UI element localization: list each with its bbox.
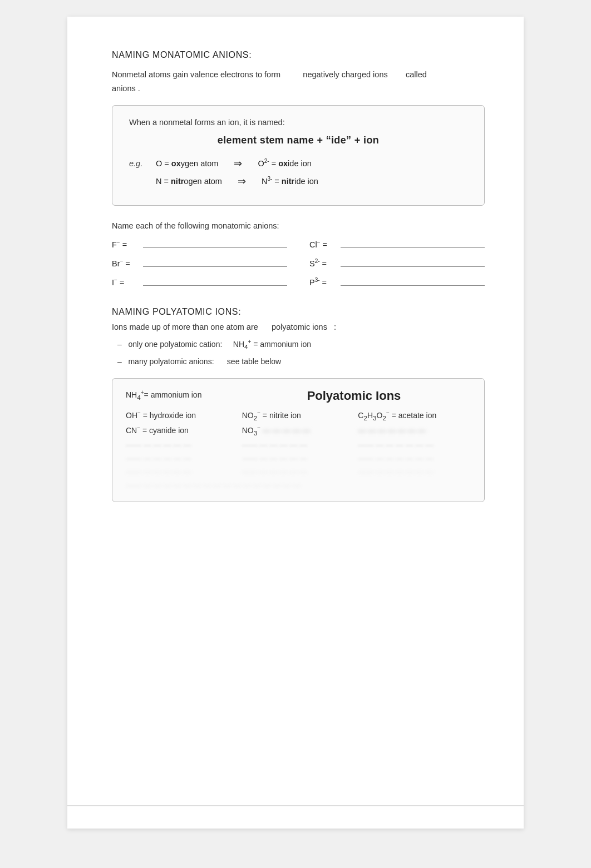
poly-box-nh4: NH4+= ammonium ion xyxy=(126,390,237,401)
box-intro: When a nonmetal forms an ion, it is name… xyxy=(129,118,467,127)
anion-blank-f xyxy=(143,247,287,248)
poly-cell-r4c3: —— — — — — — — xyxy=(358,454,471,463)
anion-row-f: F− = xyxy=(112,240,287,249)
polyatomic-box: NH4+= ammonium ion Polyatomic Ions OH− =… xyxy=(112,378,485,503)
page: NAMING MONATOMIC ANIONS: Nonmetal atoms … xyxy=(67,17,524,829)
poly-cell-r5c2: —— — — — — — xyxy=(242,467,355,476)
poly-cell-cn: CN− = cyanide ion xyxy=(126,426,239,437)
example-row-nitrogen: N = nitrogen atom ⇒ N3- = nitride ion xyxy=(129,175,467,187)
anion-prompt: Name each of the following monatomic ani… xyxy=(112,221,485,230)
poly-table-row1: OH− = hydroxide ion NO2− = nitrite ion C… xyxy=(126,411,471,421)
anion-label-cl: Cl− = xyxy=(309,240,337,249)
intro-paragraph: Nonmetal atoms gain valence electrons to… xyxy=(112,68,485,95)
poly-cell-no2: NO2− = nitrite ion xyxy=(242,411,355,421)
anion-label-i: I− = xyxy=(112,278,140,287)
anion-label-p: P3- = xyxy=(309,278,337,287)
example1-content: O = oxygen atom ⇒ O2- = oxide ion xyxy=(156,157,312,170)
poly-intro: Ions made up of more than one atom are p… xyxy=(112,323,485,331)
anion-blank-i xyxy=(143,285,287,286)
poly-bullet1: – only one polyatomic cation: NH4+ = amm… xyxy=(117,337,485,353)
anion-row-p: P3- = xyxy=(309,278,485,287)
poly-table: OH− = hydroxide ion NO2− = nitrite ion C… xyxy=(126,411,471,490)
example1-left: O = oxygen atom xyxy=(156,159,218,168)
poly-table-row5: —— — — — — — —— — — — — — —— — — — — — — xyxy=(126,467,471,476)
poly-cell-r5c1: —— — — — — — xyxy=(126,467,239,476)
intro-text-called: called xyxy=(406,70,427,79)
intro-text-part1: Nonmetal atoms gain valence electrons to… xyxy=(112,70,280,79)
poly-cell-blurred-r2: — — — — — — — xyxy=(358,426,471,437)
example-row-oxygen: e.g. O = oxygen atom ⇒ O2- = oxide ion xyxy=(129,157,467,170)
poly-intro-part1: Ions made up of more than one atom are xyxy=(112,323,258,331)
anion-blank-s xyxy=(341,266,485,267)
example1-right: O2- = oxide ion xyxy=(258,159,311,168)
anion-label-br: Br− = xyxy=(112,259,140,268)
anion-blank-cl xyxy=(341,247,485,248)
anion-row-br: Br− = xyxy=(112,259,287,268)
naming-rule-box: When a nonmetal forms an ion, it is name… xyxy=(112,105,485,206)
section2-title: NAMING POLYATOMIC IONS: xyxy=(112,307,485,317)
intro-blank1: negatively charged ions xyxy=(303,70,387,79)
anion-row-cl: Cl− = xyxy=(309,240,485,249)
example2-left: N = nitrogen atom xyxy=(156,177,222,186)
poly-bullet2: – many polyatomic anions: see table belo… xyxy=(117,354,485,369)
section1-title: NAMING MONATOMIC ANIONS: xyxy=(112,50,485,60)
example2-right: N3- = nitride ion xyxy=(262,177,318,186)
poly-cell-r4c1: —— — — — — — xyxy=(126,454,239,463)
poly-cell-r3c3: —— — — — — — — xyxy=(358,440,471,449)
anion-blank-br xyxy=(143,266,287,267)
poly-cell-acetate: C2H3O2− = acetate ion xyxy=(358,411,471,421)
poly-bullets: – only one polyatomic cation: NH4+ = amm… xyxy=(117,337,485,369)
poly-table-row3: —— — — — — — —— — — — — — —— — — — — — — xyxy=(126,440,471,449)
poly-cell-bottom: —— — — — — — — — — — — — — — — — — xyxy=(126,480,471,489)
intro-text-anions: anions xyxy=(112,84,136,93)
poly-cell-r5c3: —— — — — — — — xyxy=(358,467,471,476)
anion-label-s: S2- = xyxy=(309,259,337,268)
example2-content: N = nitrogen atom ⇒ N3- = nitride ion xyxy=(156,175,318,187)
bottom-divider xyxy=(67,805,524,806)
anion-row-s: S2- = xyxy=(309,259,485,268)
poly-cell-oh: OH− = hydroxide ion xyxy=(126,411,239,421)
poly-cell-r3c2: —— — — — — — xyxy=(242,440,355,449)
poly-cell-no3: NO3− — — — — — xyxy=(242,426,355,437)
poly-cell-r3c1: —— — — — — — xyxy=(126,440,239,449)
poly-table-row4: —— — — — — — —— — — — — — —— — — — — — — xyxy=(126,454,471,463)
naming-formula: element stem name + “ide” + ion xyxy=(129,135,467,146)
eg-label: e.g. xyxy=(129,159,156,168)
poly-intro-blank: polyatomic ions xyxy=(272,323,327,331)
example2-arrow: ⇒ xyxy=(238,175,246,187)
poly-cell-r4c2: —— — — — — — xyxy=(242,454,355,463)
anion-blank-p xyxy=(341,285,485,286)
poly-box-header: NH4+= ammonium ion Polyatomic Ions xyxy=(126,389,471,403)
poly-box-title: Polyatomic Ions xyxy=(237,389,471,403)
polyatomic-section: NAMING POLYATOMIC IONS: Ions made up of … xyxy=(112,307,485,502)
example1-arrow: ⇒ xyxy=(234,157,242,170)
anion-grid: F− = Cl− = Br− = S2- = I− = P3- xyxy=(112,240,485,287)
poly-table-row2: CN− = cyanide ion NO3− — — — — — — — — —… xyxy=(126,426,471,437)
anion-label-f: F− = xyxy=(112,240,140,249)
poly-intro-part2: : xyxy=(334,323,336,331)
poly-table-bottom: —— — — — — — — — — — — — — — — — — xyxy=(126,480,471,489)
anion-row-i: I− = xyxy=(112,278,287,287)
anion-section: Name each of the following monatomic ani… xyxy=(112,221,485,287)
intro-text-period: . xyxy=(138,84,140,93)
